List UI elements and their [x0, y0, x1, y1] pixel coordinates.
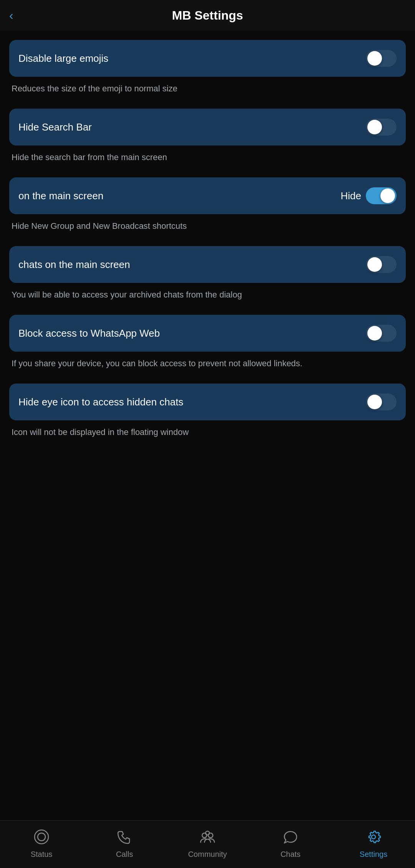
- status-icon: [32, 827, 51, 847]
- toggle-hide-on-main-screen[interactable]: [366, 187, 397, 204]
- nav-item-community[interactable]: Community: [166, 827, 249, 859]
- setting-label-hide-on-main-screen: on the main screen: [18, 190, 341, 202]
- toggle-knob-hide-on-main-screen: [380, 188, 395, 203]
- svg-point-4: [206, 831, 209, 835]
- setting-group-hide-eye-icon: Hide eye icon to access hidden chats Ico…: [9, 384, 406, 438]
- setting-desc-disable-large-emojis: Reduces the size of the emoji to normal …: [9, 84, 180, 93]
- setting-label-block-whatsapp-web: Block access to WhatsApp Web: [18, 327, 366, 339]
- svg-point-5: [372, 835, 375, 839]
- setting-row-block-whatsapp-web[interactable]: Block access to WhatsApp Web: [9, 315, 406, 352]
- setting-desc-hide-on-main-screen: Hide New Group and New Broadcast shortcu…: [9, 221, 189, 231]
- toggle-hide-search-bar[interactable]: [366, 119, 397, 136]
- setting-row-chats-main-screen[interactable]: chats on the main screen: [9, 246, 406, 283]
- nav-item-calls[interactable]: Calls: [83, 827, 166, 859]
- setting-group-hide-on-main-screen: on the main screen Hide Hide New Group a…: [9, 177, 406, 232]
- bottom-nav: Status Calls Community: [0, 820, 415, 868]
- setting-desc-chats-main-screen: You will be able to access your archived…: [9, 290, 244, 299]
- toggle-disable-large-emojis[interactable]: [366, 50, 397, 67]
- setting-row-disable-large-emojis[interactable]: Disable large emojis: [9, 40, 406, 77]
- community-icon: [198, 827, 217, 847]
- toggle-knob-chats-main-screen: [367, 257, 382, 272]
- toggle-knob-hide-eye-icon: [367, 395, 382, 409]
- setting-label-chats-main-screen: chats on the main screen: [18, 259, 366, 271]
- nav-label-settings: Settings: [360, 850, 387, 859]
- setting-row-hide-on-main-screen[interactable]: on the main screen Hide: [9, 177, 406, 214]
- setting-label-hide-prefix: Hide: [341, 190, 361, 202]
- back-button[interactable]: ‹: [9, 8, 13, 23]
- setting-label-hide-eye-icon: Hide eye icon to access hidden chats: [18, 396, 366, 408]
- setting-row-hide-eye-icon[interactable]: Hide eye icon to access hidden chats: [9, 384, 406, 420]
- toggle-knob-disable-large-emojis: [367, 51, 382, 66]
- setting-label-disable-large-emojis: Disable large emojis: [18, 53, 366, 64]
- nav-label-chats: Chats: [281, 850, 300, 859]
- calls-icon: [115, 827, 134, 847]
- nav-label-community: Community: [188, 850, 227, 859]
- setting-row-hide-search-bar[interactable]: Hide Search Bar: [9, 109, 406, 145]
- setting-group-disable-large-emojis: Disable large emojis Reduces the size of…: [9, 40, 406, 95]
- page-title: MB Settings: [172, 8, 243, 23]
- svg-point-0: [38, 833, 45, 841]
- toggle-knob-block-whatsapp-web: [367, 326, 382, 341]
- setting-group-chats-main-screen: chats on the main screen You will be abl…: [9, 246, 406, 301]
- toggle-hide-eye-icon[interactable]: [366, 393, 397, 410]
- svg-point-1: [35, 830, 48, 844]
- nav-item-settings[interactable]: Settings: [332, 827, 415, 859]
- nav-label-status: Status: [31, 850, 53, 859]
- setting-group-hide-search-bar: Hide Search Bar Hide the search bar from…: [9, 109, 406, 164]
- settings-content: Disable large emojis Reduces the size of…: [0, 31, 415, 820]
- setting-desc-hide-eye-icon: Icon will not be displayed in the floati…: [9, 427, 191, 437]
- header: ‹ MB Settings: [0, 0, 415, 31]
- setting-desc-block-whatsapp-web: If you share your device, you can block …: [9, 359, 305, 368]
- toggle-block-whatsapp-web[interactable]: [366, 325, 397, 342]
- toggle-knob-hide-search-bar: [367, 120, 382, 134]
- nav-item-status[interactable]: Status: [0, 827, 83, 859]
- setting-group-block-whatsapp-web: Block access to WhatsApp Web If you shar…: [9, 315, 406, 370]
- nav-label-calls: Calls: [116, 850, 133, 859]
- toggle-chats-main-screen[interactable]: [366, 256, 397, 273]
- nav-item-chats[interactable]: Chats: [249, 827, 332, 859]
- chats-icon: [281, 827, 300, 847]
- setting-label-hide-search-bar: Hide Search Bar: [18, 121, 366, 133]
- settings-icon: [364, 827, 383, 847]
- setting-desc-hide-search-bar: Hide the search bar from the main screen: [9, 152, 169, 162]
